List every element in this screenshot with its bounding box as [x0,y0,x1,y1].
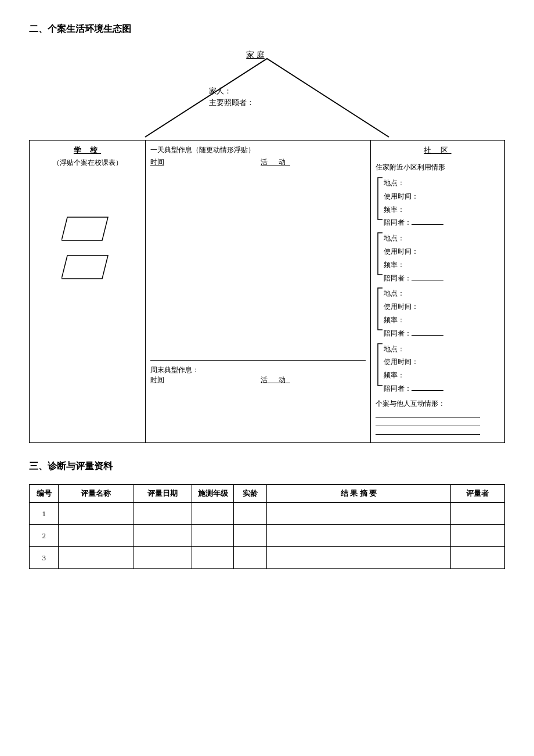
header-grade: 施测年级 [192,485,234,503]
weekend-label: 周末典型作息： [150,365,366,375]
group1-line1: 地点： [384,177,500,190]
section-3-title: 三、诊断与评量资料 [29,460,505,473]
weekend-time-label: 时间 [150,375,185,385]
row1-age [234,503,267,525]
row2-num: 2 [30,525,59,547]
row1-name [59,503,134,525]
header-result: 结 果 摘 要 [267,485,450,503]
group1-line3: 频率： [384,203,500,217]
group1-line2: 使用时间： [384,190,500,203]
community-group-2: 地点： 使用时间： 频率： 陪同者： [376,232,500,285]
group4-line2: 使用时间： [384,355,500,369]
row2-name [59,525,134,547]
table-row: 3 [30,547,505,569]
section-3: 三、诊断与评量资料 编号 评量名称 评量日期 施测年级 实龄 [29,460,505,569]
row2-grade [192,525,234,547]
bracket-3 [376,287,384,340]
daily-activity-label: 活 动 [185,157,366,167]
interaction-line1 [376,417,480,417]
group4-line3: 频率： [384,369,500,382]
weekend-section: 周末典型作息： 时间 活 动 [150,365,366,434]
row3-age [234,547,267,569]
group1-content: 地点： 使用时间： 频率： 陪同者： [384,177,500,229]
weekend-col-headers: 时间 活 动 [150,375,366,385]
diagnosis-table: 编号 评量名称 评量日期 施测年级 实龄 结 果 摘 要 [29,484,505,569]
bracket-1 [376,177,384,229]
community-group-1: 地点： 使用时间： 频率： 陪同者： [376,177,500,229]
school-box: 学 校 （浮贴个案在校课表） [30,141,146,442]
daily-box: 一天典型作息（随更动情形浮贴） 时间 活 动 周末典型作息： 时间 活 动 [146,141,371,442]
weekend-schedule-area [150,387,366,434]
interaction-label: 个案与他人互动情形： [376,399,500,409]
row3-name [59,547,134,569]
group2-line4: 陪同者： [384,272,500,285]
school-arrow-2 [62,253,114,282]
community-group-3: 地点： 使用时间： 频率： 陪同者： [376,287,500,340]
header-date: 评量日期 [134,485,192,503]
community-subtitle: 住家附近小区利用情形 [376,160,500,174]
row2-age [234,525,267,547]
row3-result [267,547,450,569]
interaction-line3 [376,434,480,435]
row2-evaluator [450,525,504,547]
roof-area: 家 庭 家人： 主要照顾者： [29,47,505,140]
weekend-activity-label: 活 动 [185,375,366,385]
group3-line3: 频率： [384,314,500,327]
section-2-title: 二、个案生活环境生态图 [29,23,505,35]
header-num: 编号 [30,485,59,503]
group1-line4: 陪同者： [384,216,500,229]
table-header-row: 编号 评量名称 评量日期 施测年级 实龄 结 果 摘 要 [30,485,505,503]
house-container: 家 庭 家人： 主要照顾者： 学 校 （浮贴个案在校课表） [29,47,505,443]
group2-content: 地点： 使用时间： 频率： 陪同者： [384,232,500,285]
header-age: 实龄 [234,485,267,503]
row3-num: 3 [30,547,59,569]
row1-date [134,503,192,525]
svg-marker-3 [62,217,108,240]
table-row: 2 [30,525,505,547]
roof-svg: 家 庭 家人： 主要照顾者： [29,47,505,140]
section-2: 二、个案生活环境生态图 家 庭 家人： 主要照顾者： 学 校 （浮贴个案在校课表… [29,23,505,443]
bracket-4 [376,343,384,395]
group4-line1: 地点： [384,343,500,356]
row1-evaluator [450,503,504,525]
school-arrow-1 [62,214,114,243]
svg-text:家 庭: 家 庭 [246,51,265,59]
row3-date [134,547,192,569]
school-title: 学 校 [34,145,140,156]
interaction-section: 个案与他人互动情形： [376,399,500,435]
community-group-4: 地点： 使用时间： 频率： 陪同者： [376,343,500,395]
svg-marker-4 [62,255,108,279]
group4-content: 地点： 使用时间： 频率： 陪同者： [384,343,500,395]
school-subtitle: （浮贴个案在校课表） [34,158,140,168]
svg-text:家人：: 家人： [209,87,232,95]
group3-line4: 陪同者： [384,327,500,340]
group3-line1: 地点： [384,287,500,300]
group2-line3: 频率： [384,258,500,272]
row2-result [267,525,450,547]
table-row: 1 [30,503,505,525]
row3-grade [192,547,234,569]
house-body: 学 校 （浮贴个案在校课表） 一天典型作息（随更动情形浮贴） 时间 [29,140,505,443]
row1-num: 1 [30,503,59,525]
header-evaluator: 评量者 [450,485,504,503]
daily-schedule-area [150,170,366,355]
row3-evaluator [450,547,504,569]
group4-line4: 陪同者： [384,382,500,395]
row1-grade [192,503,234,525]
bracket-2 [376,232,384,285]
svg-text:主要照顾者：: 主要照顾者： [209,98,254,107]
row1-result [267,503,450,525]
group3-content: 地点： 使用时间： 频率： 陪同者： [384,287,500,340]
group2-line2: 使用时间： [384,245,500,258]
group3-line2: 使用时间： [384,300,500,314]
community-title: 社 区 [376,145,500,156]
row2-date [134,525,192,547]
daily-header: 一天典型作息（随更动情形浮贴） [150,145,366,155]
group2-line1: 地点： [384,232,500,245]
interaction-line2 [376,426,480,426]
header-name: 评量名称 [59,485,134,503]
community-box: 社 区 住家附近小区利用情形 地点： 使用时间： 频率： 陪同者： [371,141,504,442]
daily-divider [150,360,366,361]
daily-col-headers: 时间 活 动 [150,157,366,167]
daily-time-label: 时间 [150,157,185,167]
